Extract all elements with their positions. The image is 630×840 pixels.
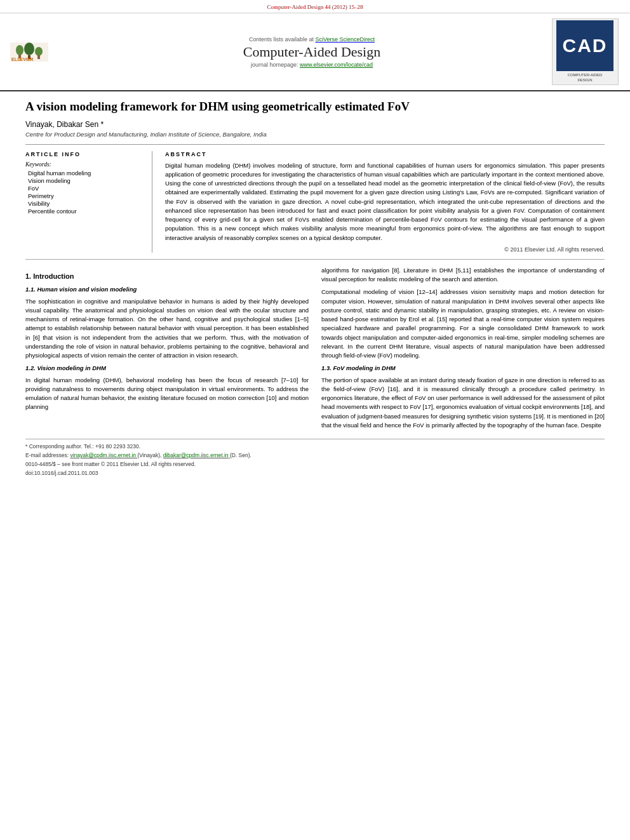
keyword-item: FoV bbox=[25, 185, 144, 192]
copyright-line: © 2011 Elsevier Ltd. All rights reserved… bbox=[165, 246, 605, 253]
svg-rect-6 bbox=[37, 55, 40, 59]
body-para-1-2: In digital human modeling (DHM), behavio… bbox=[25, 376, 309, 412]
subsection-number: 1.1. bbox=[25, 286, 36, 293]
info-divider bbox=[25, 144, 605, 145]
body-para-right-1: algorithms for navigation [8]. Literatur… bbox=[321, 266, 605, 284]
journal-title: Computer-Aided Design bbox=[80, 44, 544, 60]
body-col-right: algorithms for navigation [8]. Literatur… bbox=[321, 266, 605, 434]
main-content: A vision modeling framework for DHM usin… bbox=[0, 91, 630, 489]
subsection-number: 1.2. bbox=[25, 364, 36, 371]
svg-point-3 bbox=[24, 43, 34, 55]
issn-line: 0010-4485/$ – see front matter © 2011 El… bbox=[25, 461, 605, 469]
cad-logo-box: CAD COMPUTER-AIDEDDESIGN bbox=[552, 18, 619, 85]
cad-logo-text: CAD bbox=[563, 35, 608, 57]
svg-point-1 bbox=[16, 45, 23, 55]
journal-citation-bar: Computer-Aided Design 44 (2012) 15–28 bbox=[0, 0, 630, 13]
article-info-col: ARTICLE INFO Keywords: Digital human mod… bbox=[25, 151, 152, 253]
journal-homepage: journal homepage: www.elsevier.com/locat… bbox=[80, 62, 544, 68]
body-col-left: 1. Introduction 1.1. Human vision and vi… bbox=[25, 266, 309, 434]
elsevier-tree-icon: ELSEVIER bbox=[10, 43, 48, 62]
authors-text: Vinayak, Dibakar Sen * bbox=[25, 120, 104, 129]
sciverse-text: Contents lists available at bbox=[249, 36, 316, 43]
subsection-title: FoV modeling in DHM bbox=[333, 364, 396, 371]
keywords-label: Keywords: bbox=[25, 161, 144, 168]
abstract-heading: ABSTRACT bbox=[165, 151, 605, 157]
keyword-item: Perimetry bbox=[25, 192, 144, 199]
subsection-1-2-heading: 1.2. Vision modeling in DHM bbox=[25, 364, 309, 373]
subsection-title: Vision modeling in DHM bbox=[37, 364, 106, 371]
svg-text:ELSEVIER: ELSEVIER bbox=[11, 57, 34, 62]
article-footer: * Corresponding author. Tel.: +91 80 229… bbox=[25, 439, 605, 477]
abstract-text: Digital human modeling (DHM) involves mo… bbox=[165, 161, 605, 243]
section-1-heading: 1. Introduction bbox=[25, 271, 309, 282]
journal-title-area: Contents lists available at SciVerse Sci… bbox=[80, 36, 544, 68]
subsection-title: Human vision and vision modeling bbox=[37, 286, 137, 293]
sciverse-line: Contents lists available at SciVerse Sci… bbox=[80, 36, 544, 43]
email2-name: (D. Sen). bbox=[230, 452, 251, 458]
corresponding-note: * Corresponding author. Tel.: +91 80 229… bbox=[25, 443, 605, 451]
article-authors: Vinayak, Dibakar Sen * bbox=[25, 120, 605, 129]
email1: vinayak@cpdm.iisc.ernet.in bbox=[70, 452, 136, 458]
homepage-prefix: journal homepage: bbox=[251, 62, 300, 68]
journal-header: ELSEVIER Contents lists available at Sci… bbox=[0, 13, 630, 91]
body-para-right-3: The portion of space available at an ins… bbox=[321, 376, 605, 430]
email-line: E-mail addresses: vinayak@cpdm.iisc.erne… bbox=[25, 452, 605, 460]
article-info-heading: ARTICLE INFO bbox=[25, 151, 144, 157]
subsection-1-3-heading: 1.3. FoV modeling in DHM bbox=[321, 364, 605, 373]
elsevier-logo: ELSEVIER bbox=[10, 43, 48, 62]
cad-logo-inner: CAD bbox=[556, 20, 613, 71]
journal-citation: Computer-Aided Design 44 (2012) 15–28 bbox=[267, 4, 363, 10]
keyword-item: Vision modeling bbox=[25, 177, 144, 184]
article-title: A vision modeling framework for DHM usin… bbox=[25, 99, 605, 115]
cad-logo-area: CAD COMPUTER-AIDEDDESIGN bbox=[550, 18, 620, 85]
article-info-row: ARTICLE INFO Keywords: Digital human mod… bbox=[25, 151, 605, 253]
article-abstract-col: ABSTRACT Digital human modeling (DHM) in… bbox=[165, 151, 605, 253]
subsection-number: 1.3. bbox=[321, 364, 332, 371]
sciverse-link[interactable]: SciVerse ScienceDirect bbox=[316, 36, 375, 43]
sciverse-link-text: SciVerse ScienceDirect bbox=[316, 36, 375, 43]
keyword-item: Digital human modeling bbox=[25, 170, 144, 177]
email2: dibakar@cpdm.iisc.ernet.in bbox=[163, 452, 229, 458]
subsection-1-1-heading: 1.1. Human vision and vision modeling bbox=[25, 285, 309, 294]
email1-name: (Vinayak), bbox=[137, 452, 161, 458]
section-title: Introduction bbox=[33, 272, 74, 280]
keyword-item: Percentile contour bbox=[25, 208, 144, 215]
email2-link[interactable]: dibakar@cpdm.iisc.ernet.in bbox=[163, 452, 230, 458]
svg-point-5 bbox=[35, 47, 43, 56]
body-columns: 1. Introduction 1.1. Human vision and vi… bbox=[25, 266, 605, 434]
homepage-url[interactable]: www.elsevier.com/locate/cad bbox=[300, 62, 373, 68]
email-label: E-mail addresses: bbox=[25, 452, 69, 458]
email1-link[interactable]: vinayak@cpdm.iisc.ernet.in bbox=[70, 452, 137, 458]
section-number: 1. bbox=[25, 272, 31, 280]
body-divider bbox=[25, 259, 605, 260]
body-para-right-2: Computational modeling of vision [12–14]… bbox=[321, 288, 605, 360]
publisher-logo-area: ELSEVIER bbox=[10, 43, 74, 62]
keywords-list: Digital human modeling Vision modeling F… bbox=[25, 170, 144, 215]
cad-logo-subtitle: COMPUTER-AIDEDDESIGN bbox=[568, 73, 603, 83]
article-affiliation: Centre for Product Design and Manufactur… bbox=[25, 131, 605, 138]
doi-line: doi:10.1016/j.cad.2011.01.003 bbox=[25, 470, 605, 477]
body-para-1-1: The sophistication in cognitive and mani… bbox=[25, 297, 309, 361]
keyword-item: Visibility bbox=[25, 200, 144, 207]
